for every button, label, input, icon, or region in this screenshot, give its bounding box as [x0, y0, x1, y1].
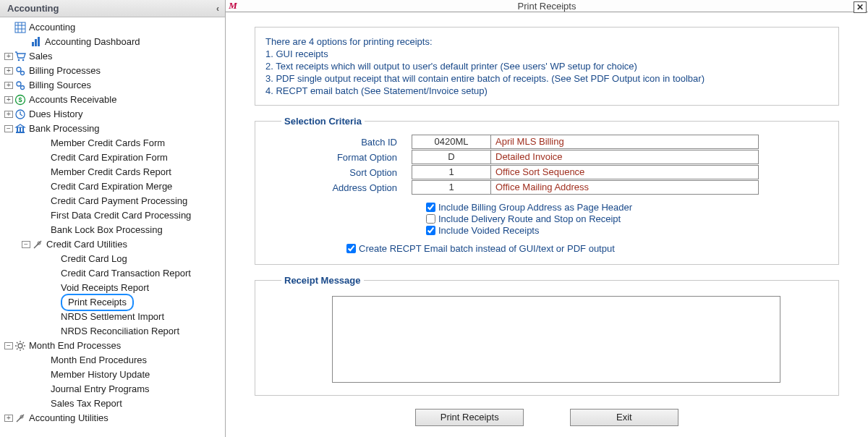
collapse-icon[interactable]: −: [4, 342, 13, 349]
tree-item-label: Accounts Receivable: [29, 93, 116, 107]
tree-item-label: Accounting Dashboard: [45, 35, 140, 49]
tree-item-print-receipts[interactable]: Print Receipts: [0, 295, 225, 310]
selection-criteria: Selection Criteria Batch ID0420MLApril M…: [255, 116, 839, 265]
svg-point-13: [21, 86, 25, 90]
tree-item-accounting[interactable]: Accounting: [0, 20, 225, 35]
criteria-value-input[interactable]: 1: [412, 165, 491, 179]
dollar-icon: $: [14, 94, 26, 106]
expand-icon[interactable]: +: [4, 67, 13, 75]
bars-icon: [30, 36, 42, 48]
collapse-icon[interactable]: −: [22, 241, 30, 248]
tree-item-label: Accounting: [29, 20, 75, 35]
tree-item-credit-card-expiration-merge[interactable]: Credit Card Expiration Merge: [0, 179, 225, 194]
tree-item-credit-card-log[interactable]: Credit Card Log: [0, 252, 225, 266]
info-opt3: 3. PDF single output receipt that will c…: [265, 73, 828, 84]
window-title: Print Receipts: [226, 1, 868, 12]
tree-item-label: Member Credit Cards Form: [51, 136, 165, 150]
checkbox[interactable]: [426, 226, 435, 235]
check-include-billing-group-address-as-page-header[interactable]: Include Billing Group Address as Page He…: [426, 202, 812, 213]
criteria-desc: Detailed Invoice: [491, 150, 759, 164]
tree-item-credit-card-utilities[interactable]: −Credit Card Utilities: [0, 237, 225, 252]
expand-icon[interactable]: +: [4, 111, 13, 118]
tree-item-label: Month End Procedures: [51, 353, 147, 368]
svg-rect-5: [32, 42, 34, 46]
tree-item-member-credit-cards-form[interactable]: Member Credit Cards Form: [0, 136, 225, 150]
tree-item-sales-tax-report[interactable]: Sales Tax Report: [0, 396, 225, 411]
tree-item-credit-card-transaction-report[interactable]: Credit Card Transaction Report: [0, 266, 225, 281]
tree-item-month-end-processes[interactable]: −Month End Processes: [0, 339, 225, 353]
tree-item-member-credit-cards-report[interactable]: Member Credit Cards Report: [0, 165, 225, 179]
exit-button[interactable]: Exit: [570, 409, 678, 426]
collapse-icon[interactable]: ‹: [216, 4, 219, 14]
check-include-delivery-route-and-stop-on-receipt[interactable]: Include Delivery Route and Stop on Recei…: [426, 213, 812, 224]
tree-item-nrds-reconciliation-report[interactable]: NRDS Reconciliation Report: [0, 324, 225, 339]
expand-icon[interactable]: +: [4, 96, 13, 103]
criteria-value-input[interactable]: 1: [412, 180, 491, 195]
checkbox-label: Include Delivery Route and Stop on Recei…: [438, 213, 621, 224]
tree-item-first-data-credit-card-processing[interactable]: First Data Credit Card Processing: [0, 208, 225, 223]
criteria-desc: Office Sort Sequence: [491, 165, 759, 179]
checkbox-label: Include Billing Group Address as Page He…: [438, 202, 632, 213]
tree-item-label: Print Receipts: [61, 294, 134, 311]
expand-icon[interactable]: +: [4, 53, 13, 60]
tree-item-sales[interactable]: +Sales: [0, 49, 225, 64]
tree-item-billing-processes[interactable]: +Billing Processes: [0, 64, 225, 78]
tree-item-credit-card-payment-processing[interactable]: Credit Card Payment Processing: [0, 194, 225, 208]
clock-icon: [14, 109, 26, 120]
expand-icon[interactable]: +: [4, 82, 13, 89]
svg-point-22: [18, 344, 22, 348]
tree-item-label: Credit Card Utilities: [46, 237, 127, 252]
criteria-legend: Selection Criteria: [281, 116, 365, 127]
tree-item-journal-entry-programs[interactable]: Journal Entry Programs: [0, 382, 225, 396]
tree-item-label: Credit Card Expiration Form: [51, 150, 168, 165]
close-button[interactable]: ✕: [854, 1, 867, 13]
email-batch-row[interactable]: Create RECPT Email batch instead of GUI/…: [346, 243, 812, 254]
info-heading: There are 4 options for printing receipt…: [265, 36, 828, 47]
tree-item-label: Month End Processes: [29, 339, 121, 353]
receipt-message-textarea[interactable]: [332, 296, 780, 383]
check-include-voided-receipts[interactable]: Include Voided Receipts: [426, 225, 812, 236]
tree-item-void-receipts-report[interactable]: Void Receipts Report: [0, 281, 225, 295]
criteria-row-format-option: Format OptionDDetailed Invoice: [281, 150, 812, 164]
info-box: There are 4 options for printing receipt…: [255, 27, 839, 106]
tree-item-bank-processing[interactable]: −Bank Processing: [0, 122, 225, 136]
criteria-desc: Office Mailing Address: [491, 180, 759, 195]
tools-icon: [32, 239, 43, 250]
criteria-value-input[interactable]: D: [412, 150, 491, 164]
print-receipts-button[interactable]: Print Receipts: [415, 409, 524, 426]
email-batch-checkbox[interactable]: [346, 244, 356, 253]
svg-point-10: [17, 67, 21, 72]
criteria-label: Format Option: [281, 152, 412, 163]
tree-item-accounts-receivable[interactable]: +$Accounts Receivable: [0, 93, 225, 107]
svg-point-8: [18, 59, 20, 61]
tree-item-label: Billing Processes: [29, 64, 101, 78]
criteria-row-address-option: Address Option1Office Mailing Address: [281, 180, 812, 195]
criteria-label: Sort Option: [281, 167, 412, 178]
receipt-message: Receipt Message: [255, 275, 839, 396]
tree-item-nrds-settlement-import[interactable]: NRDS Settlement Import: [0, 310, 225, 324]
tools-icon: [14, 412, 26, 424]
tree-item-credit-card-expiration-form[interactable]: Credit Card Expiration Form: [0, 150, 225, 165]
checkbox[interactable]: [426, 214, 435, 224]
tree-item-label: First Data Credit Card Processing: [51, 208, 191, 223]
tree-item-dues-history[interactable]: +Dues History: [0, 107, 225, 122]
tree-item-label: Journal Entry Programs: [51, 382, 150, 396]
gears-icon: [14, 80, 26, 91]
tree-item-bank-lock-box-processing[interactable]: Bank Lock Box Processing: [0, 223, 225, 237]
svg-rect-17: [17, 127, 18, 132]
tree-item-label: Credit Card Log: [61, 252, 127, 266]
tree-item-label: Void Receipts Report: [61, 281, 149, 295]
tree-item-member-history-update[interactable]: Member History Update: [0, 368, 225, 382]
criteria-label: Address Option: [281, 182, 412, 193]
tree-item-month-end-procedures[interactable]: Month End Procedures: [0, 353, 225, 368]
tree-item-label: Credit Card Transaction Report: [61, 266, 191, 281]
tree-item-accounting-utilities[interactable]: +Accounting Utilities: [0, 411, 225, 425]
criteria-value-input[interactable]: 0420ML: [412, 135, 491, 149]
criteria-desc: April MLS Billing: [491, 135, 759, 149]
collapse-icon[interactable]: −: [4, 125, 13, 132]
tree-item-accounting-dashboard[interactable]: Accounting Dashboard: [0, 35, 225, 49]
button-row: Print Receipts Exit: [255, 409, 839, 426]
tree-item-billing-sources[interactable]: +Billing Sources: [0, 78, 225, 93]
expand-icon[interactable]: +: [4, 415, 13, 422]
checkbox[interactable]: [426, 203, 435, 212]
